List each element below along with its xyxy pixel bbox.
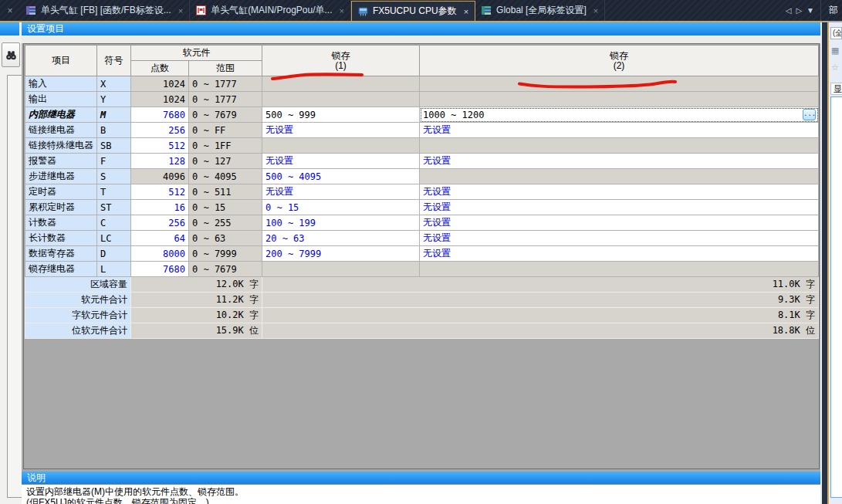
points-cell[interactable]: 7680 [131, 262, 189, 277]
points-cell[interactable]: 16 [131, 200, 189, 215]
description-line-1: 设置内部继电器(M)中使用的软元件点数、锁存范围。 [26, 486, 820, 497]
find-button[interactable] [2, 42, 20, 67]
latch1-cell[interactable]: 500 ~ 4095 [262, 169, 420, 184]
latch1-cell[interactable]: 20 ~ 63 [262, 231, 420, 246]
latch2-cell[interactable]: 1000 ~ 1200... [420, 107, 819, 123]
document-tab-bar: × 单头气缸 [FB] [函数/FB标签设...×单头气缸(MAIN/ProgP… [0, 0, 842, 21]
settings-panel-title: 设置项目 [22, 22, 820, 36]
device-symbol: Y [97, 92, 131, 107]
points-cell: 1024 [131, 92, 189, 107]
device-row: 锁存继电器L76800 ~ 7679 [25, 262, 819, 277]
device-label: 链接继电器 [25, 123, 97, 138]
tab-scroll-controls: ◁ ▷ ▼ [786, 0, 820, 21]
document-tab-1[interactable]: 单头气缸 [FB] [函数/FB标签设...× [20, 0, 190, 21]
points-cell[interactable]: 256 [131, 123, 189, 138]
points-cell[interactable]: 512 [131, 138, 189, 154]
tab-close-icon[interactable]: × [593, 6, 598, 15]
left-navigation-strip [0, 22, 22, 504]
summary-device-value: 15.9K 位 [131, 323, 262, 339]
browse-ellipsis-button[interactable]: ... [803, 109, 816, 120]
scroll-tabs-left-icon[interactable]: ◁ [786, 6, 792, 15]
device-label: 内部继电器 [25, 107, 97, 123]
summary-label: 位软元件合计 [25, 323, 131, 339]
range-cell: 0 ~ 15 [189, 200, 262, 215]
device-label: 累积定时器 [25, 200, 97, 215]
summary-latch-value: 18.8K 位 [262, 323, 819, 339]
latch1-cell[interactable]: 无设置 [262, 123, 420, 138]
device-label: 锁存继电器 [25, 262, 97, 277]
device-symbol: X [97, 76, 131, 92]
latch2-cell[interactable]: 无设置 [420, 215, 819, 231]
tab-title: FX5UCPU CPU参数 [373, 5, 457, 18]
device-label: 长计数器 [25, 231, 97, 246]
device-row: 累积定时器ST160 ~ 150 ~ 15无设置 [25, 200, 819, 215]
favorites-star-icon[interactable]: ☆ [831, 63, 839, 73]
range-cell: 0 ~ 7999 [189, 246, 262, 262]
latch1-cell[interactable]: 200 ~ 7999 [262, 246, 420, 262]
latch2-cell[interactable]: 无设置 [420, 246, 819, 262]
device-label: 输出 [25, 92, 97, 107]
summary-row: 区域容量12.0K 字11.0K 字 [25, 277, 819, 293]
tab-close-icon[interactable]: × [464, 7, 468, 16]
summary-latch-value: 9.3K 字 [262, 293, 819, 308]
device-symbol: D [97, 246, 131, 262]
range-cell: 0 ~ 511 [189, 184, 262, 200]
device-row: 长计数器LC640 ~ 6320 ~ 63无设置 [25, 231, 819, 246]
points-cell[interactable]: 512 [131, 184, 189, 200]
points-cell[interactable]: 128 [131, 154, 189, 169]
latch2-cell[interactable]: 无设置 [420, 200, 819, 215]
tab-close-icon[interactable]: × [178, 6, 183, 15]
device-row: 报警器F1280 ~ 127无设置无设置 [25, 154, 819, 169]
panel-splitter[interactable] [822, 22, 827, 504]
latch2-cell[interactable]: 无设置 [420, 231, 819, 246]
device-symbol: T [97, 184, 131, 200]
device-symbol: SB [97, 138, 131, 154]
latch1-cell[interactable]: 0 ~ 15 [262, 200, 420, 215]
latch1-cell[interactable]: 100 ~ 199 [262, 215, 420, 231]
latch2-cell[interactable]: 无设置 [420, 123, 819, 138]
device-symbol: L [97, 262, 131, 277]
latch1-cell[interactable]: 500 ~ 999 [262, 107, 420, 123]
tab-close-icon[interactable]: × [340, 6, 344, 15]
device-row: 输出Y10240 ~ 1777 [25, 92, 819, 107]
range-cell: 0 ~ 1777 [189, 76, 262, 92]
latch1-title: 锁存 [265, 51, 416, 61]
summary-label: 区域容量 [25, 277, 131, 293]
tab-list-menu-icon[interactable]: ▼ [806, 6, 814, 15]
points-cell[interactable]: 256 [131, 215, 189, 231]
latch2-cell [420, 169, 819, 184]
device-label: 输入 [25, 76, 97, 92]
col-header-symbol: 符号 [97, 46, 131, 76]
device-table: 项目 符号 软元件 锁存 (1) 锁存 (2) 点数 范围 输入X10240 ~… [25, 45, 819, 339]
display-target-tab[interactable]: 显 [830, 83, 842, 95]
device-row: 定时器T5120 ~ 511无设置无设置 [25, 184, 819, 200]
points-cell[interactable]: 8000 [131, 246, 189, 262]
latch2-cell[interactable]: 无设置 [420, 154, 819, 169]
range-cell: 0 ~ 127 [189, 154, 262, 169]
range-cell: 0 ~ 63 [189, 231, 262, 246]
latch1-cell[interactable]: 无设置 [262, 184, 420, 200]
document-tab-2[interactable]: 单头气缸(MAIN/ProgPou/单...× [190, 0, 351, 21]
device-row: 步进继电器S40960 ~ 4095500 ~ 4095 [25, 169, 819, 184]
latch2-cell[interactable]: 无设置 [420, 184, 819, 200]
summary-device-value: 12.0K 字 [131, 277, 262, 293]
points-cell[interactable]: 64 [131, 231, 189, 246]
range-cell: 0 ~ 7679 [189, 107, 262, 123]
range-cell: 0 ~ 1FF [189, 138, 262, 154]
document-tab-4[interactable]: Global [全局标签设置]× [475, 0, 605, 21]
binoculars-icon [5, 49, 18, 62]
previous-tab-close-icon[interactable]: × [0, 0, 20, 21]
right-panel-header: 部 [820, 0, 842, 21]
summary-label: 字软元件合计 [25, 308, 131, 323]
filter-combobox[interactable]: (全 [830, 27, 842, 39]
col-header-points: 点数 [131, 61, 189, 76]
scroll-tabs-right-icon[interactable]: ▷ [796, 6, 802, 15]
tab-title: 单头气缸 [FB] [函数/FB标签设... [41, 4, 171, 17]
latch1-cell[interactable]: 无设置 [262, 154, 420, 169]
document-tab-3[interactable]: FX5UCPU CPU参数× [351, 1, 475, 21]
device-symbol: F [97, 154, 131, 169]
range-cell: 0 ~ 255 [189, 215, 262, 231]
range-cell: 0 ~ FF [189, 123, 262, 138]
points-cell[interactable]: 7680 [131, 107, 189, 123]
filter-icon[interactable]: ▦ [831, 46, 839, 56]
